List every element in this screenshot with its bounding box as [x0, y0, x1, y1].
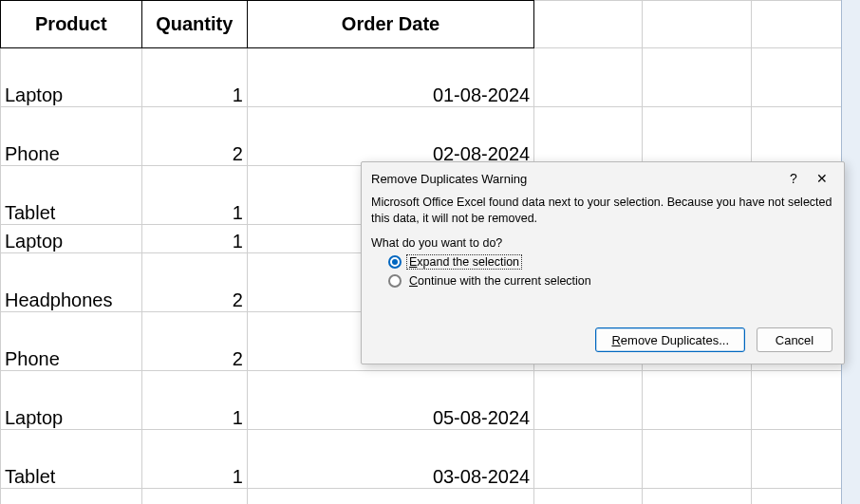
- cell[interactable]: [643, 107, 751, 166]
- dialog-title: Remove Duplicates Warning: [371, 172, 779, 186]
- cell-product[interactable]: Laptop: [1, 225, 142, 253]
- cell-qty[interactable]: 1: [141, 430, 247, 489]
- option-expand-selection[interactable]: Expand the selection: [388, 255, 834, 269]
- cell[interactable]: [643, 48, 751, 107]
- cell-product[interactable]: Laptop: [1, 48, 142, 107]
- cell[interactable]: [141, 489, 247, 505]
- cell-qty[interactable]: 2: [141, 253, 247, 312]
- cell[interactable]: [643, 1, 751, 48]
- cell-product[interactable]: Tablet: [1, 166, 142, 225]
- cell[interactable]: [534, 1, 643, 48]
- cell-qty[interactable]: 1: [141, 225, 247, 253]
- option-expand-label: Expand the selection: [407, 255, 521, 269]
- dialog-prompt: What do you want to do?: [371, 236, 834, 250]
- close-button[interactable]: ✕: [808, 172, 836, 185]
- cell-product[interactable]: Tablet: [1, 430, 142, 489]
- cell[interactable]: [643, 489, 751, 505]
- cell[interactable]: [1, 489, 142, 505]
- cell-qty[interactable]: 2: [141, 312, 247, 371]
- cell[interactable]: [534, 371, 643, 430]
- cell-product[interactable]: Phone: [1, 312, 142, 371]
- cell[interactable]: [534, 107, 643, 166]
- cell[interactable]: [534, 48, 643, 107]
- dialog-message: Microsoft Office Excel found data next t…: [371, 195, 834, 227]
- radio-icon: [388, 255, 402, 269]
- radio-icon: [388, 274, 402, 288]
- col-header-product[interactable]: Product: [1, 1, 142, 48]
- help-button[interactable]: ?: [779, 172, 808, 185]
- cell-date[interactable]: 03-08-2024: [247, 430, 533, 489]
- cell-date[interactable]: 05-08-2024: [247, 371, 533, 430]
- option-continue-selection[interactable]: Continue with the current selection: [388, 274, 834, 288]
- cell[interactable]: [643, 371, 751, 430]
- option-continue-label: Continue with the current selection: [407, 274, 593, 288]
- cell[interactable]: [534, 489, 643, 505]
- cell-qty[interactable]: 1: [141, 371, 247, 430]
- cell-product[interactable]: Laptop: [1, 371, 142, 430]
- cell-qty[interactable]: 2: [141, 107, 247, 166]
- cell[interactable]: [643, 430, 751, 489]
- dialog-title-bar: Remove Duplicates Warning ? ✕: [362, 162, 844, 195]
- cell-product[interactable]: Phone: [1, 107, 142, 166]
- remove-duplicates-button[interactable]: Remove Duplicates...: [595, 327, 745, 352]
- cell-product[interactable]: Headphones: [1, 253, 142, 312]
- col-header-orderdate[interactable]: Order Date: [247, 1, 533, 48]
- cell-date[interactable]: 02-08-2024: [247, 107, 533, 166]
- remove-duplicates-dialog: Remove Duplicates Warning ? ✕ Microsoft …: [361, 161, 845, 364]
- cell-qty[interactable]: 1: [141, 48, 247, 107]
- cell[interactable]: [247, 489, 533, 505]
- cell[interactable]: [534, 430, 643, 489]
- cancel-button[interactable]: Cancel: [757, 327, 832, 352]
- col-header-quantity[interactable]: Quantity: [141, 1, 247, 48]
- cell-qty[interactable]: 1: [141, 166, 247, 225]
- cell-date[interactable]: 01-08-2024: [247, 48, 533, 107]
